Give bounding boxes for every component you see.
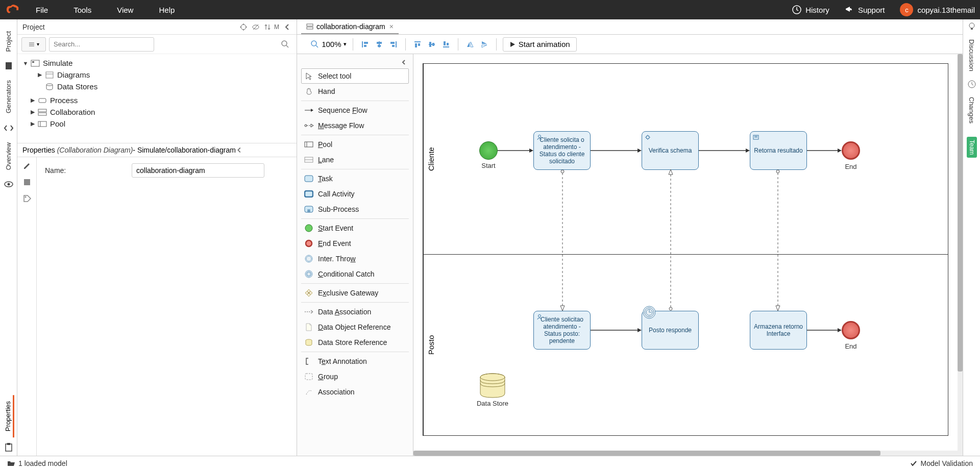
team-badge[interactable]: Team — [967, 137, 977, 158]
align-bottom-icon[interactable] — [440, 39, 452, 50]
chevron-left-icon[interactable] — [236, 146, 243, 154]
align-left-icon[interactable] — [359, 39, 371, 50]
menu-view[interactable]: View — [117, 6, 133, 14]
rail-overview[interactable]: Overview — [5, 142, 12, 170]
task-armazena-retorno[interactable]: Armazena retorno Interface — [750, 311, 807, 350]
menu-help[interactable]: Help — [159, 6, 175, 14]
palette-data-object-ref[interactable]: Data Object Reference — [301, 319, 409, 335]
target-icon[interactable] — [239, 23, 248, 31]
rail-changes[interactable]: Changes — [968, 97, 975, 123]
tree-pool[interactable]: ▶ Pool — [22, 118, 291, 130]
palette-data-store-ref[interactable]: Data Store Reference — [301, 335, 409, 350]
start-event-cliente[interactable] — [479, 141, 498, 160]
start-animation-button[interactable]: Start animation — [503, 37, 577, 52]
end-event-posto[interactable] — [842, 321, 860, 339]
svg-rect-1 — [6, 62, 12, 69]
filter-dropdown[interactable]: ▾ — [21, 37, 46, 52]
palette-text-annotation[interactable]: Text Annotation — [301, 354, 409, 369]
palette-start-event[interactable]: Start Event — [301, 220, 409, 236]
tab-close-icon[interactable]: × — [389, 22, 394, 31]
task-retorna-resultado[interactable]: Retorna resultado — [750, 131, 807, 170]
pool-icon — [38, 120, 47, 128]
rail-project[interactable]: Project — [5, 31, 12, 52]
palette-group[interactable]: Group — [301, 369, 409, 384]
clock2-icon[interactable] — [967, 80, 976, 89]
palette-select-tool[interactable]: Select tool — [301, 68, 409, 84]
pool-posto[interactable]: Posto Cliente solicitao atendimento - St… — [423, 255, 948, 436]
eye-off-icon[interactable] — [252, 23, 260, 31]
palette-conditional-catch[interactable]: Conditional Catch — [301, 266, 409, 282]
name-input[interactable] — [132, 163, 264, 178]
book2-icon[interactable] — [22, 178, 32, 187]
right-rail: Discussion Changes Team — [963, 19, 980, 456]
timer-boundary-icon[interactable] — [643, 306, 656, 319]
model-validation-label[interactable]: Model Validation — [921, 459, 973, 467]
tree-datastores[interactable]: Data Stores — [37, 81, 291, 92]
rail-properties[interactable]: Properties — [3, 395, 14, 437]
sort-icon[interactable] — [264, 23, 272, 31]
svg-rect-23 — [307, 24, 313, 26]
svg-rect-13 — [46, 72, 53, 78]
tree-diagrams[interactable]: ▶ Diagrams — [37, 69, 291, 81]
menu-tools[interactable]: Tools — [74, 6, 91, 14]
align-center-icon[interactable] — [374, 39, 385, 50]
palette-association[interactable]: Association — [301, 384, 409, 400]
rail-discussion[interactable]: Discussion — [968, 39, 975, 71]
palette-pool[interactable]: Pool — [301, 137, 409, 152]
svg-point-59 — [306, 240, 312, 246]
bulb-icon[interactable] — [967, 22, 976, 31]
svg-rect-53 — [305, 191, 313, 197]
diagram-canvas[interactable]: Cliente Start Cliente solicita o atendim… — [413, 54, 963, 456]
tree-root[interactable]: ▼ Simulate — [22, 57, 291, 69]
support-button[interactable]: Support — [845, 5, 885, 14]
rail-generators[interactable]: Generators — [5, 80, 12, 113]
project-panel: Project M ▾ ▼ Simulate — [17, 19, 297, 456]
start-label: Start — [473, 162, 504, 169]
svg-line-26 — [316, 45, 318, 47]
tag-icon[interactable] — [22, 194, 32, 203]
pool-cliente[interactable]: Cliente Start Cliente solicita o atendim… — [423, 63, 948, 255]
palette-hand[interactable]: Hand — [301, 84, 409, 99]
top-menu-bar: File Tools View Help History Support c c… — [0, 0, 980, 19]
tab-collaboration-diagram[interactable]: collaboration-diagram × — [301, 20, 399, 34]
svg-point-58 — [305, 225, 312, 232]
palette-sub-process[interactable]: Sub-Process — [301, 202, 409, 217]
zoom-control[interactable]: 100% ▾ — [310, 40, 347, 49]
data-store[interactable] — [478, 373, 507, 399]
user-menu[interactable]: c copyai.13themail — [900, 3, 975, 16]
end-event-cliente[interactable] — [842, 141, 860, 160]
flip-h-icon[interactable] — [464, 39, 476, 50]
task-verifica-schema[interactable]: Verifica schema — [642, 131, 699, 170]
tree-collaboration[interactable]: ▶ Collaboration — [22, 106, 291, 118]
canvas-scrollbar-h[interactable] — [413, 451, 963, 456]
svg-point-6 — [241, 24, 246, 30]
palette-data-association[interactable]: Data Association — [301, 304, 409, 319]
canvas-scrollbar-v[interactable] — [958, 54, 963, 451]
palette-message-flow[interactable]: Message Flow — [301, 118, 409, 133]
user-task-icon — [536, 313, 543, 320]
flip-v-icon[interactable] — [479, 39, 490, 50]
svg-rect-94 — [971, 28, 973, 30]
palette-exclusive-gateway[interactable]: Exclusive Gateway — [301, 285, 409, 301]
chevron-left-icon[interactable] — [283, 23, 291, 31]
palette-lane[interactable]: Lane — [301, 152, 409, 167]
search-input[interactable] — [49, 37, 154, 52]
palette-call-activity[interactable]: Call Activity — [301, 186, 409, 202]
align-middle-icon[interactable] — [426, 39, 437, 50]
chevron-left-icon[interactable] — [401, 59, 407, 65]
align-right-icon[interactable] — [388, 39, 399, 50]
menu-file[interactable]: File — [36, 6, 48, 14]
task-cliente-solicita[interactable]: Cliente solicita o atendimento - Status … — [533, 131, 591, 170]
task-cliente-solicitao[interactable]: Cliente solicitao atendimento - Status p… — [533, 311, 591, 350]
palette-task[interactable]: Task — [301, 171, 409, 186]
tree-process[interactable]: ▶ Process — [22, 94, 291, 106]
history-button[interactable]: History — [792, 5, 829, 14]
user-avatar: c — [900, 3, 913, 16]
pencil-icon[interactable] — [22, 161, 32, 170]
palette-inter-throw[interactable]: Inter. Throw — [301, 251, 409, 266]
align-top-icon[interactable] — [412, 39, 423, 50]
palette-sequence-flow[interactable]: Sequence Flow — [301, 103, 409, 118]
palette-end-event[interactable]: End Event — [301, 236, 409, 251]
svg-point-77 — [538, 315, 541, 317]
data-store-label: Data Store — [472, 400, 513, 407]
